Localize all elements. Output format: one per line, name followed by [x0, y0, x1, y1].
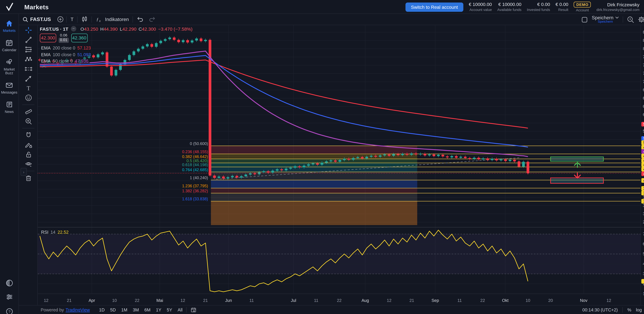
crosshair-tool-button[interactable] — [19, 26, 38, 35]
trend-line-icon — [24, 36, 32, 44]
svg-text:x: x — [99, 19, 101, 22]
trend-line-tool-button[interactable] — [19, 35, 38, 45]
search-icon — [23, 17, 28, 22]
legend-collapse-button[interactable] — [42, 65, 48, 68]
parallel-channel-icon — [24, 65, 32, 73]
date-range-buttons: 1D 5D 1M 3M 6M 1Y 5Y All — [99, 307, 182, 312]
sell-button[interactable]: 42.300 — [40, 34, 56, 42]
undo-icon — [137, 16, 144, 22]
chevron-up-icon — [42, 65, 46, 68]
magnet-mode-button[interactable] — [19, 130, 38, 140]
goto-date-button[interactable] — [190, 307, 197, 313]
sidebar-item-messages[interactable]: Messages — [0, 81, 18, 95]
text-tool-button[interactable]: T — [19, 84, 38, 93]
sidebar-item-news[interactable]: News — [0, 100, 18, 114]
home-icon — [5, 19, 14, 28]
chart-style-button[interactable] — [78, 14, 92, 25]
fib-level-label: 0.764 (42.685) — [182, 168, 208, 172]
page-title: Markets — [24, 3, 49, 10]
tradingview-link[interactable]: TradingView — [66, 307, 90, 312]
quick-search-button[interactable] — [627, 16, 634, 23]
percent-scale-button[interactable]: % — [628, 307, 631, 312]
eye-icon — [24, 160, 32, 168]
ema-200-line — [40, 60, 528, 128]
fib-retracement-tool-button[interactable] — [19, 45, 38, 54]
chart-settings-button[interactable] — [638, 16, 644, 23]
range-1m[interactable]: 1M — [121, 307, 128, 312]
range-all[interactable]: All — [178, 307, 182, 312]
lock-drawings-button[interactable] — [19, 150, 38, 159]
range-6m[interactable]: 6M — [144, 307, 150, 312]
toolbar-expand-button[interactable]: › — [20, 168, 27, 176]
drawing-mode-button[interactable] — [19, 140, 38, 149]
fib-level-label: 0.236 (48.155) — [182, 150, 208, 154]
switch-to-real-account-button[interactable]: Switch to Real account — [406, 2, 463, 12]
newspaper-icon — [5, 100, 14, 109]
measure-tool-button[interactable] — [19, 107, 38, 116]
stat-result: € 0.00Result — [556, 2, 568, 12]
lightning-search-icon — [627, 16, 634, 23]
price-axis[interactable] — [641, 25, 644, 305]
stat-available-funds: € 10000.00Available funds — [497, 2, 522, 12]
app-sidebar: Markets Calendar Market Buzz Messages Ne… — [0, 14, 19, 314]
interval-button[interactable]: T — [67, 14, 77, 25]
range-5y[interactable]: 5Y — [167, 307, 172, 312]
arrow-marker-tool-button[interactable] — [19, 74, 38, 83]
chevron-down-icon — [615, 16, 619, 19]
settings-sliders-button[interactable] — [0, 293, 19, 301]
zoom-in-icon — [24, 118, 32, 125]
fib-band — [211, 180, 417, 188]
compare-add-symbol-button[interactable] — [54, 16, 66, 23]
theme-toggle[interactable] — [0, 279, 19, 287]
sidebar-item-markets[interactable]: Markets — [0, 19, 18, 33]
crosshair-icon — [24, 27, 32, 34]
candles-icon — [82, 16, 88, 23]
svg-text:?: ? — [8, 309, 10, 314]
user-info: Dirk Friczewsky dirk.friczewsky@gmail.co… — [596, 2, 640, 12]
stop-zone-box — [550, 178, 604, 183]
account-type-badge: DEMO Account — [574, 2, 591, 12]
indicators-button[interactable]: ƒx Indikatoren — [92, 14, 132, 25]
fib-level-label: 0.5 (45.420) — [186, 159, 208, 163]
ema-50-row[interactable]: EMA50 close 047.936 — [40, 58, 90, 64]
fib-band — [211, 159, 417, 163]
chart-legend: FAST.US · 1T − O43.250 H44.390 L42.290 C… — [40, 26, 192, 68]
range-1d[interactable]: 1D — [99, 307, 105, 312]
log-scale-button[interactable]: log — [636, 307, 642, 312]
app: Markets Switch to Real account € 10000.0… — [0, 0, 644, 314]
range-1y[interactable]: 1Y — [156, 307, 162, 312]
calendar-icon — [5, 39, 14, 47]
redo-button[interactable] — [147, 16, 158, 22]
legend-symbol-interval[interactable]: FAST.US · 1T — [40, 26, 68, 31]
range-3m[interactable]: 3M — [133, 307, 139, 312]
zoom-in-tool-button[interactable] — [19, 117, 38, 126]
plus-circle-icon — [57, 16, 64, 23]
legend-more-button[interactable]: − — [71, 26, 76, 32]
buy-button[interactable]: 42.360 — [71, 34, 88, 42]
save-layout-button[interactable]: Speichern Speichern — [592, 15, 619, 24]
undo-button[interactable] — [133, 14, 147, 25]
emoji-tool-button[interactable] — [19, 93, 38, 103]
gear-icon — [638, 16, 644, 23]
clock[interactable]: 00:14:30 (UTC+2) — [582, 307, 618, 312]
sidebar-item-calendar[interactable]: Calendar — [0, 39, 18, 52]
rsi-legend[interactable]: RSI 14 22.52 — [40, 229, 70, 235]
target-zone-box — [550, 157, 604, 161]
app-logo-icon[interactable] — [0, 2, 19, 11]
ema-200-row[interactable]: EMA200 close 057.123 — [40, 45, 92, 51]
pencil-lock-icon — [24, 141, 32, 149]
sidebar-item-market-buzz[interactable]: Market Buzz — [0, 58, 18, 76]
projection-tool-button[interactable] — [19, 64, 38, 74]
ema-100-row[interactable]: EMA100 close 051.093 — [40, 52, 92, 57]
range-5d[interactable]: 5D — [110, 307, 116, 312]
hide-drawings-button[interactable] — [19, 159, 38, 169]
topbar: Markets Switch to Real account € 10000.0… — [0, 0, 644, 14]
theme-half-circle-icon — [6, 279, 14, 287]
layout-button[interactable] — [581, 16, 588, 23]
fib-level-label: 1 (40.240) — [190, 176, 208, 180]
pattern-tool-button[interactable] — [19, 55, 38, 64]
symbol-search-button[interactable]: FAST.US — [19, 14, 55, 25]
time-axis[interactable] — [38, 294, 641, 305]
help-button[interactable]: ? — [0, 307, 19, 314]
fib-level-label: 1.382 (36.282) — [182, 189, 208, 193]
